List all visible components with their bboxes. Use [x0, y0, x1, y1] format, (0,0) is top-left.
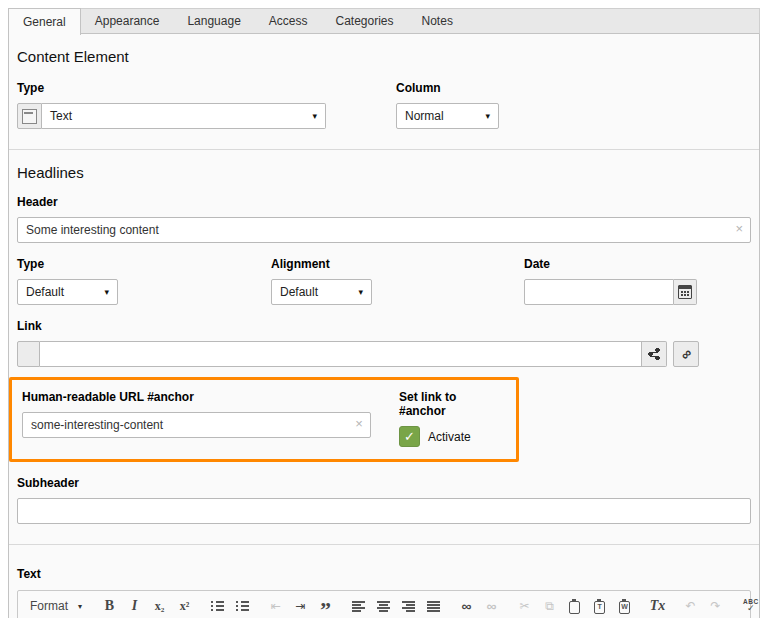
- tab-general[interactable]: General: [8, 8, 81, 35]
- header-type-label: Type: [17, 257, 271, 271]
- unlink-icon[interactable]: ∞: [480, 595, 503, 617]
- tab-language[interactable]: Language: [173, 9, 254, 33]
- alignment-select[interactable]: Default ▾: [271, 279, 372, 305]
- record-browser-button[interactable]: [642, 341, 667, 367]
- align-justify-icon: [427, 601, 440, 612]
- subscript-icon[interactable]: x₂: [148, 595, 171, 617]
- paste-from-word-icon-letter: W: [621, 603, 628, 611]
- paste-icon[interactable]: [563, 595, 586, 617]
- chevron-down-icon: ▾: [358, 287, 363, 297]
- chevron-down-icon: ▾: [312, 111, 317, 121]
- tab-access[interactable]: Access: [255, 9, 322, 33]
- redo-icon[interactable]: ↷: [704, 595, 727, 617]
- link-icon[interactable]: ∞: [455, 595, 478, 617]
- header-type-value: Default: [26, 285, 64, 299]
- date-input[interactable]: [524, 279, 674, 305]
- section-heading: Content Element: [17, 48, 751, 65]
- remove-format-icon[interactable]: Tx: [646, 595, 669, 617]
- human-readable-url-label: Human-readable URL #anchor: [22, 390, 371, 404]
- field-type: Type Text ▾: [17, 67, 396, 129]
- italic-icon: I: [132, 595, 137, 617]
- bullet-list-icon[interactable]: [231, 595, 254, 617]
- header-type-select[interactable]: Default ▾: [17, 279, 118, 305]
- link-input[interactable]: [40, 341, 642, 367]
- header-input[interactable]: [17, 217, 751, 243]
- link-icon: ∞: [462, 595, 472, 617]
- field-date: Date: [524, 243, 697, 305]
- tab-notes[interactable]: Notes: [408, 9, 467, 33]
- paste-plain-text-icon[interactable]: T: [588, 595, 611, 617]
- clear-icon[interactable]: ×: [735, 222, 743, 236]
- link-icon-addon: [17, 341, 40, 367]
- redo-icon: ↷: [711, 595, 721, 617]
- anchor-highlight-box: Human-readable URL #anchor × Set link to…: [9, 377, 519, 462]
- content-element-icon: [22, 109, 37, 124]
- format-dropdown[interactable]: Format▾: [23, 595, 89, 617]
- record-browser-icon: [647, 347, 661, 361]
- section-content-element: Content Element Type Text ▾ C: [9, 34, 759, 149]
- content-type-addon: [17, 103, 42, 129]
- clear-icon[interactable]: ×: [355, 417, 363, 431]
- remove-format-icon: Tx: [650, 595, 666, 617]
- type-select[interactable]: Text ▾: [42, 103, 326, 129]
- align-left-icon: [352, 601, 365, 612]
- alignment-label: Alignment: [271, 257, 524, 271]
- column-select-value: Normal: [405, 109, 444, 123]
- cut-icon[interactable]: ✂: [513, 595, 536, 617]
- format-dropdown-label: Format: [30, 599, 68, 613]
- column-label: Column: [396, 81, 499, 95]
- superscript-icon[interactable]: x²: [173, 595, 196, 617]
- field-header-type: Type Default ▾: [17, 243, 271, 305]
- text-label: Text: [17, 567, 751, 581]
- subscript-icon: x₂: [155, 595, 165, 617]
- italic-icon[interactable]: I: [123, 595, 146, 617]
- human-readable-url-input[interactable]: [22, 412, 371, 438]
- spellcheck-dropdown-icon: ABC✓: [743, 599, 759, 614]
- paste-from-word-icon: W: [619, 601, 630, 614]
- chevron-down-icon: ▾: [104, 287, 109, 297]
- chain-link-icon: ∞: [677, 345, 695, 363]
- outdent-icon: ⇤: [271, 595, 281, 617]
- field-set-link-anchor: Set link to #anchor ✓ Activate: [399, 382, 506, 447]
- rich-text-editor: Format▾BIx₂x²⇤⇥”∞∞✂⧉TWTx↶↷ABC✓▾ ▾Ω(↵)⤢So…: [17, 590, 751, 618]
- paste-from-word-icon[interactable]: W: [613, 595, 636, 617]
- link-wizard-button[interactable]: ∞: [673, 341, 699, 367]
- link-label: Link: [17, 319, 751, 333]
- align-right-icon[interactable]: [397, 595, 420, 617]
- align-justify-icon[interactable]: [422, 595, 445, 617]
- copy-icon[interactable]: ⧉: [538, 595, 561, 617]
- chevron-down-icon: ▾: [78, 602, 82, 611]
- activate-checkbox[interactable]: ✓: [399, 426, 420, 447]
- subheader-input[interactable]: [17, 498, 751, 524]
- blockquote-icon[interactable]: ”: [314, 595, 337, 617]
- undo-icon[interactable]: ↶: [679, 595, 702, 617]
- align-left-icon[interactable]: [347, 595, 370, 617]
- tab-appearance[interactable]: Appearance: [81, 9, 174, 33]
- activate-label: Activate: [428, 430, 471, 444]
- numbered-list-icon[interactable]: [206, 595, 229, 617]
- tab-categories[interactable]: Categories: [322, 9, 408, 33]
- edit-form: GeneralAppearanceLanguageAccessCategorie…: [8, 8, 760, 618]
- field-alignment: Alignment Default ▾: [271, 243, 524, 305]
- bold-icon[interactable]: B: [98, 595, 121, 617]
- copy-icon: ⧉: [545, 595, 554, 617]
- outdent-icon[interactable]: ⇤: [264, 595, 287, 617]
- check-icon: ✓: [747, 604, 755, 613]
- subheader-label: Subheader: [17, 476, 751, 490]
- section-text: Text Format▾BIx₂x²⇤⇥”∞∞✂⧉TWTx↶↷ABC✓▾ ▾Ω(…: [9, 544, 759, 618]
- alignment-value: Default: [280, 285, 318, 299]
- align-center-icon: [377, 601, 390, 612]
- undo-icon: ↶: [686, 595, 696, 617]
- rte-toolbar-row-1: Format▾BIx₂x²⇤⇥”∞∞✂⧉TWTx↶↷ABC✓▾: [23, 595, 745, 617]
- column-select[interactable]: Normal ▾: [396, 103, 499, 129]
- numbered-list-icon: [211, 601, 224, 612]
- calendar-icon[interactable]: [674, 279, 697, 305]
- align-center-icon[interactable]: [372, 595, 395, 617]
- date-label: Date: [524, 257, 697, 271]
- paste-plain-text-icon-letter: T: [597, 603, 601, 611]
- form-panel: Content Element Type Text ▾ C: [8, 34, 760, 618]
- bold-icon: B: [105, 595, 114, 617]
- indent-icon[interactable]: ⇥: [289, 595, 312, 617]
- spellcheck-dropdown[interactable]: ABC✓▾: [736, 595, 768, 617]
- field-column: Column Normal ▾: [396, 67, 499, 129]
